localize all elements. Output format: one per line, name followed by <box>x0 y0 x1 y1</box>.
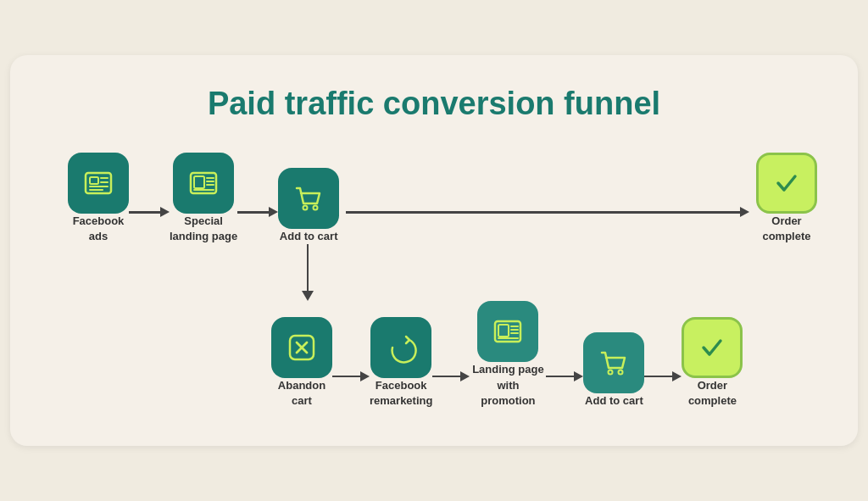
add-to-cart-2-icon <box>583 332 644 393</box>
svg-rect-1 <box>90 177 98 184</box>
order-complete-2-icon <box>682 317 743 378</box>
order-complete-1-icon <box>756 153 817 214</box>
svg-rect-18 <box>498 325 509 337</box>
funnel-diagram: Facebookads <box>51 153 817 409</box>
svg-point-23 <box>609 370 613 374</box>
special-landing-icon <box>173 153 234 214</box>
landing-promotion-label: Landing pagewith promotion <box>470 362 546 409</box>
landing-promotion-icon <box>477 301 538 362</box>
step-facebook-ads: Facebookads <box>68 153 129 244</box>
facebook-ads-icon <box>68 153 129 214</box>
arrow-b3 <box>546 371 583 409</box>
arrow-2 <box>237 207 278 244</box>
abandon-cart-label: Abandoncart <box>278 378 326 409</box>
fb-remarketing-icon <box>370 317 431 378</box>
bottom-row: Abandoncart Facebookremarketing <box>51 301 817 409</box>
arrow-1 <box>129 207 170 244</box>
step-special-landing: Speciallanding page <box>170 153 237 244</box>
fb-remarketing-label: Facebookremarketing <box>370 378 432 409</box>
order-complete-1-label: Ordercomplete <box>762 214 810 244</box>
step-add-to-cart-2: Add to cart <box>583 332 644 409</box>
add-to-cart-2-label: Add to cart <box>585 393 643 409</box>
svg-point-12 <box>303 206 308 210</box>
facebook-ads-label: Facebookads <box>73 214 125 244</box>
svg-point-13 <box>314 206 318 210</box>
arrow-b2 <box>432 371 470 409</box>
step-order-complete-2: Ordercomplete <box>682 317 743 409</box>
order-complete-2-label: Ordercomplete <box>688 378 737 409</box>
down-arrow-section <box>51 244 817 301</box>
step-landing-promotion: Landing pagewith promotion <box>470 301 546 409</box>
abandon-cart-icon <box>271 317 332 378</box>
step-add-to-cart-1: Add to cart <box>278 168 339 244</box>
arrow-b4 <box>644 371 682 409</box>
main-card: Paid traffic conversion funnel Facebooka… <box>10 55 858 446</box>
step-abandon-cart: Abandoncart <box>271 317 332 409</box>
step-fb-remarketing: Facebookremarketing <box>370 317 432 409</box>
step-order-complete-1: Ordercomplete <box>756 153 817 244</box>
arrow-b1 <box>332 371 370 409</box>
special-landing-label: Speciallanding page <box>170 214 237 244</box>
svg-point-24 <box>619 370 623 374</box>
down-arrow <box>302 244 314 301</box>
add-to-cart-1-icon <box>278 168 339 229</box>
svg-rect-7 <box>194 176 204 188</box>
arrow-long <box>346 207 749 244</box>
page-title: Paid traffic conversion funnel <box>51 86 817 122</box>
add-to-cart-1-label: Add to cart <box>280 229 338 244</box>
